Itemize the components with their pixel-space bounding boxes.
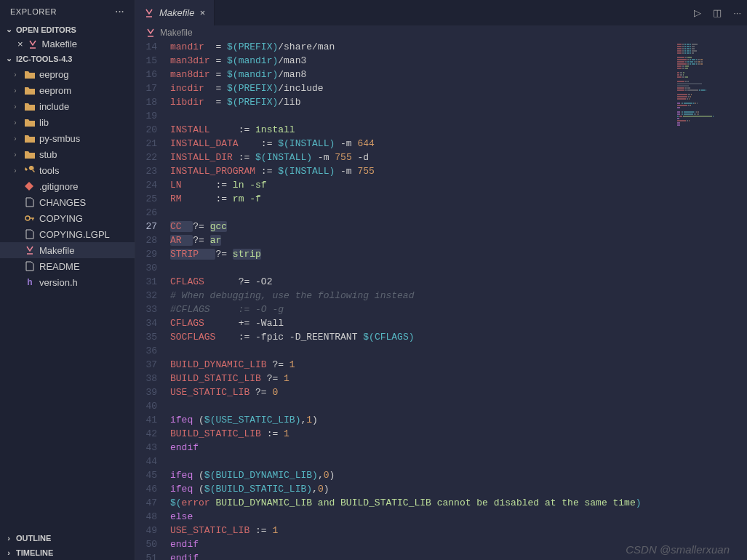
code-line[interactable]: else (170, 510, 747, 524)
minimap[interactable] (674, 40, 747, 560)
code-line[interactable]: $(error BUILD_DYNAMIC_LIB and BUILD_STAT… (170, 496, 747, 510)
file-readme[interactable]: README (0, 258, 135, 274)
git-icon (23, 181, 36, 191)
code-line[interactable]: endif (170, 551, 747, 560)
more-icon[interactable]: ··· (733, 7, 741, 18)
tools-icon (23, 165, 36, 175)
folder-eeprog[interactable]: ›eeprog (0, 66, 135, 82)
code-line[interactable]: CFLAGS += -Wall (170, 316, 747, 330)
code-editor[interactable]: 1415161718192021222324252627282930313233… (135, 40, 747, 560)
tree-item-label: version.h (39, 277, 78, 288)
code-line[interactable]: # When debugging, use the following inst… (170, 289, 747, 303)
file-version-h[interactable]: hversion.h (0, 274, 135, 290)
code-line[interactable] (170, 344, 747, 358)
code-line[interactable]: BUILD_STATIC_LIB := 1 (170, 427, 747, 441)
tree-item-label: tools (39, 165, 59, 176)
chevron-down-icon: ⌄ (4, 25, 13, 34)
code-line[interactable]: RM := rm -f (170, 192, 747, 206)
code-line[interactable]: LN := ln -sf (170, 178, 747, 192)
tree-item-label: COPYING.LGPL (39, 229, 110, 240)
open-editor-name: Makefile (42, 39, 77, 49)
file--gitignore[interactable]: .gitignore (0, 178, 135, 194)
code-line[interactable]: USE_STATIC_LIB ?= 0 (170, 385, 747, 399)
code-line[interactable]: BUILD_STATIC_LIB ?= 1 (170, 372, 747, 385)
code-line[interactable]: ifeq ($(BUILD_DYNAMIC_LIB),0) (170, 468, 747, 482)
file-copying-lgpl[interactable]: COPYING.LGPL (0, 226, 135, 242)
code-line[interactable]: CFLAGS ?= -O2 (170, 275, 747, 289)
folder-icon (23, 149, 36, 159)
code-line[interactable]: mandir = $(PREFIX)/share/man (170, 40, 747, 54)
chevron-right-icon: › (10, 119, 20, 127)
code-line[interactable]: endif (170, 441, 747, 455)
tree-item-label: eeprog (39, 69, 68, 80)
code-line[interactable]: ifeq ($(USE_STATIC_LIB),1) (170, 413, 747, 427)
code-line[interactable] (170, 109, 747, 123)
folder-icon (23, 133, 36, 143)
project-section[interactable]: ⌄ I2C-TOOLS-4.3 (0, 51, 135, 66)
tab-actions: ▷ ◫ ··· (694, 7, 741, 18)
code-line[interactable] (170, 261, 747, 275)
file-makefile[interactable]: Makefile (0, 242, 135, 258)
folder-icon (23, 85, 36, 95)
code-line[interactable]: AR ?= ar (170, 233, 747, 247)
explorer-header: EXPLORER ··· (0, 0, 135, 22)
folder-icon (23, 101, 36, 111)
tree-item-label: Makefile (39, 245, 74, 256)
chevron-right-icon: › (10, 167, 20, 175)
code-line[interactable]: man3dir = $(mandir)/man3 (170, 54, 747, 68)
code-line[interactable]: SOCFLAGS := -fpic -D_REENTRANT $(CFLAGS) (170, 330, 747, 344)
code-line[interactable]: CC ?= gcc (170, 220, 747, 233)
code-line[interactable]: incdir = $(PREFIX)/include (170, 81, 747, 95)
outline-section[interactable]: › OUTLINE (0, 531, 135, 545)
close-icon[interactable]: × (199, 7, 205, 18)
more-icon[interactable]: ··· (116, 7, 124, 16)
file-copying[interactable]: COPYING (0, 210, 135, 226)
tab-makefile[interactable]: Makefile × (135, 0, 215, 25)
open-editors-label: OPEN EDITORS (16, 25, 76, 34)
code-line[interactable] (170, 399, 747, 413)
code-line[interactable]: endif (170, 537, 747, 551)
code-line[interactable]: INSTALL_DATA := $(INSTALL) -m 644 (170, 137, 747, 151)
code-line[interactable]: BUILD_DYNAMIC_LIB ?= 1 (170, 358, 747, 372)
chevron-right-icon: › (4, 548, 13, 557)
breadcrumb[interactable]: Makefile (135, 25, 747, 40)
code-line[interactable]: #CFLAGS := -O -g (170, 303, 747, 316)
folder-py-smbus[interactable]: ›py-smbus (0, 130, 135, 146)
code-line[interactable] (170, 206, 747, 220)
chevron-right-icon: › (10, 87, 20, 95)
tab-label: Makefile (159, 7, 194, 18)
code-line[interactable]: STRIP ?= strip (170, 247, 747, 261)
doc-icon (23, 197, 36, 207)
code-line[interactable]: ifeq ($(BUILD_STATIC_LIB),0) (170, 482, 747, 496)
open-editors-section[interactable]: ⌄ OPEN EDITORS (0, 22, 135, 37)
code-line[interactable]: USE_STATIC_LIB := 1 (170, 524, 747, 537)
editor-area: Makefile × ▷ ◫ ··· Makefile 141516171819… (135, 0, 747, 560)
code-line[interactable]: INSTALL_PROGRAM := $(INSTALL) -m 755 (170, 164, 747, 178)
code-line[interactable]: INSTALL_DIR := $(INSTALL) -m 755 -d (170, 151, 747, 164)
folder-stub[interactable]: ›stub (0, 146, 135, 162)
folder-lib[interactable]: ›lib (0, 114, 135, 130)
makefile-icon (144, 8, 154, 18)
timeline-section[interactable]: › TIMELINE (0, 545, 135, 560)
chevron-right-icon: › (10, 103, 20, 111)
code-line[interactable]: libdir = $(PREFIX)/lib (170, 95, 747, 109)
chevron-right-icon: › (10, 135, 20, 143)
close-icon[interactable]: × (17, 39, 23, 49)
code-line[interactable]: INSTALL := install (170, 123, 747, 137)
split-icon[interactable]: ◫ (713, 7, 722, 18)
run-icon[interactable]: ▷ (694, 7, 701, 18)
chevron-right-icon: › (10, 151, 20, 159)
tree-item-label: lib (39, 117, 49, 128)
code-line[interactable]: man8dir = $(mandir)/man8 (170, 68, 747, 81)
folder-include[interactable]: ›include (0, 98, 135, 114)
svg-point-0 (25, 216, 30, 220)
file-tree: ›eeprog›eeprom›include›lib›py-smbus›stub… (0, 66, 135, 531)
outline-label: OUTLINE (16, 534, 51, 543)
open-editor-item[interactable]: × Makefile (0, 37, 135, 51)
file-changes[interactable]: CHANGES (0, 194, 135, 210)
folder-tools[interactable]: ›tools (0, 162, 135, 178)
code-content[interactable]: mandir = $(PREFIX)/share/manman3dir = $(… (170, 40, 747, 560)
folder-eeprom[interactable]: ›eeprom (0, 82, 135, 98)
code-line[interactable] (170, 455, 747, 468)
makefile-icon (145, 28, 156, 38)
